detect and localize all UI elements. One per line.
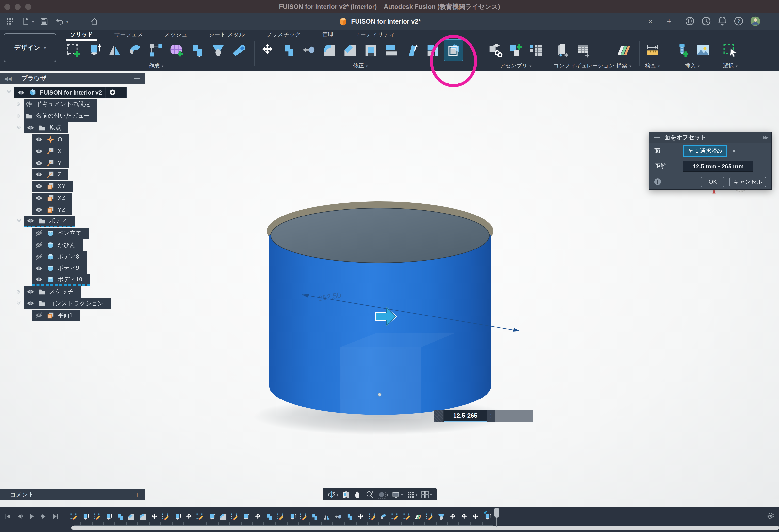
chevron-collapsed-icon[interactable] bbox=[14, 113, 24, 119]
tab-サーフェス[interactable]: サーフェス bbox=[107, 29, 150, 40]
browser-node[interactable]: YZ bbox=[32, 204, 73, 216]
cancel-button[interactable]: キャンセル bbox=[729, 177, 766, 187]
create-sketch-button[interactable] bbox=[64, 40, 83, 61]
timeline-feature-chamfer[interactable] bbox=[127, 511, 136, 522]
browser-node[interactable]: XY bbox=[32, 181, 73, 192]
playback-end-button[interactable] bbox=[50, 510, 61, 522]
group-label-検査[interactable]: 検査 ▾ bbox=[643, 62, 662, 69]
draft-button[interactable] bbox=[403, 40, 421, 61]
chevron-expanded-icon[interactable] bbox=[14, 301, 24, 306]
visibility-eye-icon[interactable] bbox=[32, 194, 45, 202]
browser-row-YZ[interactable]: YZ bbox=[0, 204, 145, 216]
browser-node[interactable]: FUISON for Interior v2 bbox=[14, 87, 127, 98]
derive-button[interactable] bbox=[485, 40, 504, 61]
timeline-feature-move[interactable] bbox=[460, 511, 468, 522]
timeline-playhead[interactable] bbox=[494, 508, 499, 526]
playback-fwd-button[interactable] bbox=[39, 510, 49, 522]
extensions-globe-icon[interactable] bbox=[684, 16, 695, 26]
revolve-button[interactable] bbox=[105, 40, 124, 61]
timeline-scrollbar[interactable] bbox=[71, 526, 779, 530]
browser-header[interactable]: ◀◀ ブラウザ bbox=[0, 73, 145, 84]
new-component-button[interactable] bbox=[506, 40, 525, 61]
group-label-選択[interactable]: 選択 ▾ bbox=[721, 62, 739, 69]
visibility-eye-icon[interactable] bbox=[32, 159, 45, 167]
add-comment-icon[interactable]: + bbox=[135, 491, 139, 499]
file-menu-caret[interactable]: ▾ bbox=[32, 19, 34, 24]
timeline-feature-combine[interactable] bbox=[116, 511, 124, 522]
visibility-eye-icon[interactable] bbox=[24, 299, 37, 307]
browser-row-原点[interactable]: 原点 bbox=[0, 122, 145, 134]
browser-node[interactable]: XZ bbox=[32, 192, 73, 204]
timeline-feature-emboss[interactable] bbox=[437, 511, 445, 522]
dialog-collapse-icon[interactable] bbox=[654, 137, 660, 138]
browser-row-ボディ9[interactable]: ボディ9 bbox=[0, 262, 145, 274]
split-face-button[interactable] bbox=[423, 40, 442, 61]
tab-ユーティリティ[interactable]: ユーティリティ bbox=[348, 29, 402, 40]
browser-node[interactable]: 原点 bbox=[24, 122, 68, 133]
tab-プラスチック[interactable]: プラスチック bbox=[259, 29, 308, 40]
browser-row-Y[interactable]: Y bbox=[0, 157, 145, 169]
visibility-eye-icon[interactable] bbox=[14, 88, 27, 97]
visibility-eye-icon[interactable] bbox=[32, 182, 45, 190]
tab-ソリッド[interactable]: ソリッド bbox=[63, 29, 100, 40]
browser-row-平面1[interactable]: 平面1 bbox=[0, 309, 145, 321]
face-selection-chip[interactable]: 1 選択済み bbox=[683, 145, 727, 157]
apps-grid-icon[interactable] bbox=[4, 15, 16, 27]
distance-input[interactable]: 12.5 mm - 265 mm bbox=[683, 161, 754, 172]
clear-selection-icon[interactable]: × bbox=[732, 147, 736, 155]
tab-管理[interactable]: 管理 bbox=[315, 29, 340, 40]
move-button[interactable] bbox=[258, 40, 277, 61]
tab-close-icon[interactable]: × bbox=[646, 17, 655, 25]
browser-node[interactable]: Z bbox=[32, 169, 69, 180]
browser-node[interactable]: スケッチ bbox=[24, 286, 81, 298]
workspace-selector[interactable]: デザイン ▾ bbox=[4, 34, 56, 62]
timeline-feature-move[interactable] bbox=[185, 511, 193, 522]
browser-node[interactable]: ドキュメントの設定 bbox=[24, 99, 98, 110]
tab-メッシュ[interactable]: メッシュ bbox=[157, 29, 194, 40]
timeline-feature-move[interactable] bbox=[357, 511, 365, 522]
timeline-feature-sketch[interactable] bbox=[70, 511, 78, 522]
chevron-expanded-icon[interactable] bbox=[14, 219, 24, 224]
timeline-feature-construct-plane[interactable] bbox=[414, 511, 422, 522]
visibility-eye-off-icon[interactable] bbox=[32, 229, 45, 237]
look-at-icon[interactable] bbox=[342, 490, 350, 499]
timeline-feature-sketch[interactable] bbox=[93, 511, 101, 522]
timeline-feature-extrude[interactable] bbox=[207, 511, 216, 522]
browser-row-Z[interactable]: Z bbox=[0, 169, 145, 181]
job-status-clock-icon[interactable] bbox=[701, 16, 712, 26]
insert-fastener-button[interactable] bbox=[673, 40, 692, 61]
browser-row-ボディ8[interactable]: ボディ8 bbox=[0, 251, 145, 262]
browser-row-XZ[interactable]: XZ bbox=[0, 192, 145, 204]
sweep-button[interactable] bbox=[126, 40, 145, 61]
chevron-collapsed-icon[interactable] bbox=[14, 289, 24, 295]
browser-node[interactable]: ボディ8 bbox=[32, 251, 86, 262]
browser-row-ドキュメントの設定[interactable]: ドキュメントの設定 bbox=[0, 99, 145, 110]
chevron-expanded-icon[interactable] bbox=[14, 125, 24, 130]
dialog-header[interactable]: 面をオフセット ▶▶ bbox=[650, 132, 771, 143]
timeline-feature-move[interactable] bbox=[448, 511, 457, 522]
timeline-feature-press-pull[interactable] bbox=[334, 511, 342, 522]
chevron-expanded-icon[interactable] bbox=[4, 90, 14, 95]
timeline-feature-loft[interactable] bbox=[311, 511, 319, 522]
dialog-popout-icon[interactable]: ▶▶ bbox=[763, 135, 768, 140]
comment-bar[interactable]: コメント + bbox=[0, 489, 145, 500]
split-body-button[interactable] bbox=[382, 40, 401, 61]
browser-node[interactable]: ボディ9 bbox=[32, 263, 86, 274]
cylinder-top-face[interactable] bbox=[271, 208, 489, 263]
config-table-button[interactable] bbox=[574, 40, 593, 61]
visibility-eye-icon[interactable] bbox=[32, 171, 45, 179]
orbit-icon[interactable]: ▾ bbox=[327, 490, 339, 499]
visibility-eye-icon[interactable] bbox=[32, 135, 45, 143]
shell-button[interactable] bbox=[361, 40, 380, 61]
group-label-構築[interactable]: 構築 ▾ bbox=[614, 62, 633, 69]
browser-row-名前の付いたビュー[interactable]: 名前の付いたビュー bbox=[0, 110, 145, 122]
timeline-feature-move[interactable] bbox=[254, 511, 262, 522]
browser-node[interactable]: ボディ10 bbox=[32, 274, 89, 286]
timeline-feature-combine[interactable] bbox=[345, 511, 354, 522]
tab-シート メタル[interactable]: シート メタル bbox=[202, 29, 252, 40]
collapse-panel-icon[interactable]: ◀◀ bbox=[4, 76, 12, 81]
notifications-bell-icon[interactable] bbox=[717, 16, 728, 26]
grid-icon[interactable]: ▾ bbox=[406, 490, 418, 499]
timeline-feature-extrude-current[interactable]: /// bbox=[483, 511, 491, 522]
viewports-icon[interactable]: ▾ bbox=[421, 490, 432, 499]
